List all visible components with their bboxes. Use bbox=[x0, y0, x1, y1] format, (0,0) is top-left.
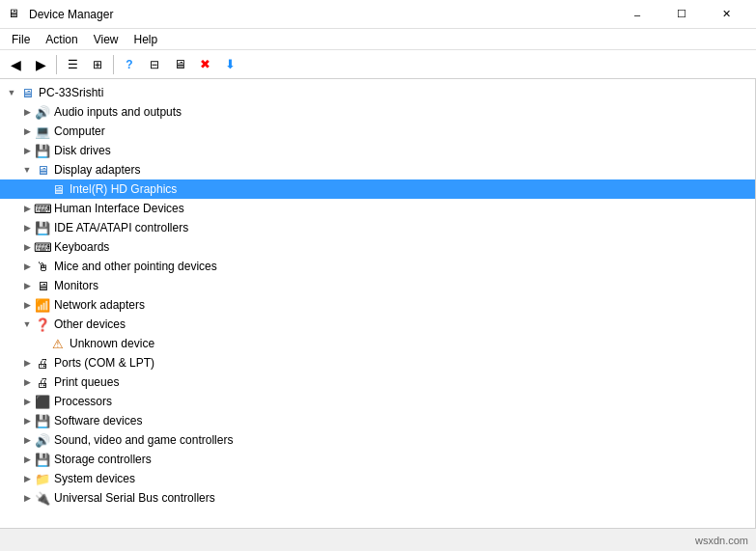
mice-label: Mice and other pointing devices bbox=[54, 260, 217, 273]
disk-label: Disk drives bbox=[54, 144, 111, 157]
print-icon: 🖨 bbox=[35, 374, 50, 390]
root-icon: 🖥 bbox=[19, 85, 35, 100]
toolbar-back[interactable]: ◀ bbox=[4, 53, 27, 76]
software-expand-icon: ▶ bbox=[19, 413, 35, 428]
menu-view[interactable]: View bbox=[86, 31, 126, 48]
toolbar-help[interactable]: ? bbox=[118, 53, 141, 76]
intel-hd-icon: 🖥 bbox=[50, 181, 66, 197]
system-label: System devices bbox=[54, 472, 135, 485]
menu-bar: File Action View Help bbox=[0, 29, 756, 50]
storage-expand-icon: ▶ bbox=[19, 452, 35, 467]
toolbar: ◀ ▶ ☰ ⊞ ? ⊟ 🖥 ✖ ⬇ bbox=[0, 50, 756, 79]
toolbar-sep2 bbox=[113, 55, 114, 74]
toolbar-update[interactable]: ⬇ bbox=[218, 53, 241, 76]
system-expand-icon: ▶ bbox=[19, 471, 35, 486]
display-icon: 🖥 bbox=[35, 162, 50, 178]
other-icon: ❓ bbox=[35, 317, 50, 332]
tree-item-system[interactable]: ▶ 📁 System devices bbox=[0, 469, 755, 488]
menu-help[interactable]: Help bbox=[126, 31, 166, 48]
usb-expand-icon: ▶ bbox=[19, 490, 35, 506]
hid-label: Human Interface Devices bbox=[54, 202, 184, 215]
tree-view[interactable]: ▼ 🖥 PC-33Srishti ▶ 🔊 Audio inputs and ou… bbox=[0, 79, 756, 528]
status-bar: wsxdn.com bbox=[0, 528, 756, 551]
tree-item-print[interactable]: ▶ 🖨 Print queues bbox=[0, 372, 755, 392]
software-label: Software devices bbox=[54, 414, 142, 427]
print-expand-icon: ▶ bbox=[19, 374, 35, 390]
tree-root[interactable]: ▼ 🖥 PC-33Srishti bbox=[0, 83, 755, 102]
ide-icon: 💾 bbox=[35, 220, 50, 235]
intel-hd-label: Intel(R) HD Graphics bbox=[70, 182, 177, 196]
tree-item-software[interactable]: ▶ 💾 Software devices bbox=[0, 411, 755, 430]
hid-icon: ⌨ bbox=[35, 201, 50, 216]
minimize-button[interactable]: – bbox=[615, 0, 659, 29]
other-label: Other devices bbox=[54, 317, 126, 331]
network-label: Network adapters bbox=[54, 298, 145, 312]
menu-action[interactable]: Action bbox=[38, 31, 85, 48]
tree-item-unknown[interactable]: ⚠ Unknown device bbox=[0, 334, 755, 353]
toolbar-view[interactable]: ⊞ bbox=[86, 53, 109, 76]
disk-icon: 💾 bbox=[35, 143, 50, 158]
monitors-label: Monitors bbox=[54, 279, 98, 292]
sound-label: Sound, video and game controllers bbox=[54, 433, 233, 447]
system-icon: 📁 bbox=[35, 471, 50, 486]
network-expand-icon: ▶ bbox=[19, 297, 35, 313]
root-expand-icon: ▼ bbox=[4, 85, 19, 100]
window-controls: – ☐ ✕ bbox=[615, 0, 748, 29]
display-expand-icon: ▼ bbox=[19, 162, 35, 178]
disk-expand-icon: ▶ bbox=[19, 143, 35, 158]
computer-label: Computer bbox=[54, 124, 105, 138]
tree-item-network[interactable]: ▶ 📶 Network adapters bbox=[0, 295, 755, 315]
toolbar-list[interactable]: ⊟ bbox=[143, 53, 166, 76]
tree-item-computer[interactable]: ▶ 💻 Computer bbox=[0, 122, 755, 141]
processors-expand-icon: ▶ bbox=[19, 394, 35, 409]
tree-item-sound[interactable]: ▶ 🔊 Sound, video and game controllers bbox=[0, 430, 755, 450]
audio-expand-icon: ▶ bbox=[19, 104, 35, 120]
tree-item-ports[interactable]: ▶ 🖨 Ports (COM & LPT) bbox=[0, 353, 755, 372]
tree-item-hid[interactable]: ▶ ⌨ Human Interface Devices bbox=[0, 199, 755, 218]
tree-item-monitors[interactable]: ▶ 🖥 Monitors bbox=[0, 276, 755, 295]
unknown-label: Unknown device bbox=[70, 337, 154, 350]
title-bar: 🖥 Device Manager – ☐ ✕ bbox=[0, 0, 756, 29]
processors-label: Processors bbox=[54, 395, 112, 408]
tree-item-display[interactable]: ▼ 🖥 Display adapters bbox=[0, 160, 755, 179]
computer-expand-icon: ▶ bbox=[19, 124, 35, 139]
ports-icon: 🖨 bbox=[35, 355, 50, 371]
close-button[interactable]: ✕ bbox=[704, 0, 748, 29]
software-icon: 💾 bbox=[35, 413, 50, 428]
sound-expand-icon: ▶ bbox=[19, 432, 35, 448]
tree-item-mice[interactable]: ▶ 🖱 Mice and other pointing devices bbox=[0, 257, 755, 276]
tree-item-storage[interactable]: ▶ 💾 Storage controllers bbox=[0, 450, 755, 469]
status-text: wsxdn.com bbox=[695, 535, 748, 546]
ports-expand-icon: ▶ bbox=[19, 355, 35, 371]
tree-item-ide[interactable]: ▶ 💾 IDE ATA/ATAPI controllers bbox=[0, 218, 755, 237]
usb-icon: 🔌 bbox=[35, 490, 50, 506]
menu-file[interactable]: File bbox=[4, 31, 38, 48]
mice-expand-icon: ▶ bbox=[19, 259, 35, 274]
unknown-expand-icon bbox=[35, 336, 50, 351]
tree-item-usb[interactable]: ▶ 🔌 Universal Serial Bus controllers bbox=[0, 488, 755, 508]
maximize-button[interactable]: ☐ bbox=[659, 0, 704, 29]
tree-item-audio[interactable]: ▶ 🔊 Audio inputs and outputs bbox=[0, 102, 755, 122]
audio-icon: 🔊 bbox=[35, 104, 50, 120]
intel-hd-expand-icon bbox=[35, 181, 50, 197]
toolbar-remove[interactable]: ✖ bbox=[193, 53, 216, 76]
monitors-icon: 🖥 bbox=[35, 278, 50, 293]
tree-item-keyboards[interactable]: ▶ ⌨ Keyboards bbox=[0, 237, 755, 257]
unknown-icon: ⚠ bbox=[50, 336, 66, 351]
usb-label: Universal Serial Bus controllers bbox=[54, 491, 215, 505]
storage-label: Storage controllers bbox=[54, 453, 152, 466]
tree-item-other[interactable]: ▼ ❓ Other devices bbox=[0, 315, 755, 334]
monitors-expand-icon: ▶ bbox=[19, 278, 35, 293]
print-label: Print queues bbox=[54, 375, 119, 389]
toolbar-properties[interactable]: ☰ bbox=[61, 53, 84, 76]
tree-item-intel-hd[interactable]: 🖥 Intel(R) HD Graphics bbox=[0, 179, 755, 199]
ide-expand-icon: ▶ bbox=[19, 220, 35, 235]
main-content: ▼ 🖥 PC-33Srishti ▶ 🔊 Audio inputs and ou… bbox=[0, 79, 756, 528]
toolbar-forward[interactable]: ▶ bbox=[29, 53, 52, 76]
audio-label: Audio inputs and outputs bbox=[54, 105, 182, 119]
tree-item-processors[interactable]: ▶ ⬛ Processors bbox=[0, 392, 755, 411]
ports-label: Ports (COM & LPT) bbox=[54, 356, 154, 370]
toolbar-monitor[interactable]: 🖥 bbox=[168, 53, 191, 76]
display-label: Display adapters bbox=[54, 163, 140, 177]
tree-item-disk[interactable]: ▶ 💾 Disk drives bbox=[0, 141, 755, 160]
